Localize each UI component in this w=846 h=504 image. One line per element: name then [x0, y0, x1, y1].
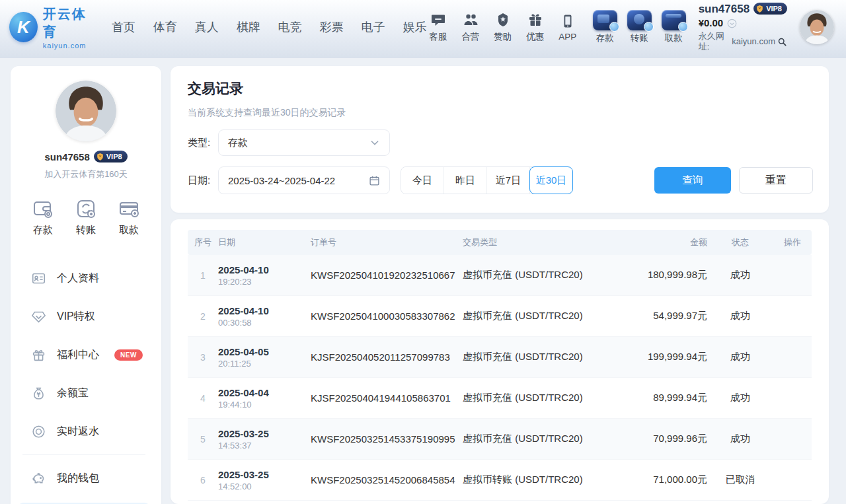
refresh-balance-icon[interactable]: [727, 18, 737, 28]
row-order-no: KJSF202504052011257099783: [311, 351, 463, 363]
row-status: 成功: [707, 310, 773, 322]
brand-logo[interactable]: K 开云体育 kaiyun.com: [9, 5, 97, 50]
nav-item-home[interactable]: 首页: [112, 19, 135, 35]
sidebar-divider: [22, 454, 145, 455]
sidebar-transfer-label: 转账: [76, 224, 96, 236]
sidebar-vip-badge: VIP8: [94, 151, 128, 162]
deposit-tile[interactable]: 存款: [593, 10, 617, 44]
deposit-tile-label: 存款: [596, 32, 614, 44]
transfer-arrows-icon: [75, 198, 97, 220]
row-date: 2025-03-25 14:52:00: [218, 469, 311, 491]
partner-link[interactable]: 合营: [459, 12, 482, 43]
filters-card: 交易记录 当前系统支持查询最近30日的交易记录 类型: 存款 日期: 2025-…: [171, 66, 829, 213]
app-label: APP: [558, 32, 576, 42]
row-status: 成功: [707, 269, 773, 281]
row-status: 已取消: [707, 474, 773, 486]
nav-item-sports[interactable]: 体育: [153, 19, 177, 35]
sidebar-item-rebate-label: 实时返水: [57, 425, 99, 439]
sidebar-transfer-action[interactable]: 转账: [75, 198, 97, 236]
service-label: 客服: [429, 31, 447, 43]
sidebar-username: sun47658: [44, 151, 89, 162]
chevron-down-icon: [369, 137, 380, 148]
promo-label: 优惠: [526, 31, 544, 43]
row-date: 2025-03-25 14:53:37: [218, 428, 311, 450]
date-range-input[interactable]: 2025-03-24~2025-04-22: [218, 166, 390, 194]
withdraw-tile[interactable]: 取款: [662, 10, 686, 44]
row-date-value: 2025-04-10: [218, 305, 311, 316]
row-order-no: KWSF202504100030583307862: [311, 310, 463, 322]
sidebar-item-wallet[interactable]: 我的钱包: [11, 459, 157, 497]
row-type: 虚拟币充值 (USDT/TRC20): [463, 310, 628, 322]
row-amount: 180,999.98元: [628, 269, 707, 281]
sidebar-avatar[interactable]: [56, 81, 116, 141]
search-icon[interactable]: [777, 37, 787, 47]
page-title: 交易记录: [188, 79, 813, 98]
row-amount: 70,999.96元: [628, 433, 707, 445]
sidebar-deposit-action[interactable]: 存款: [32, 198, 54, 236]
brand-name: 开云体育: [43, 5, 97, 41]
quick-date-yesterday[interactable]: 昨日: [444, 167, 487, 194]
reset-button[interactable]: 重置: [739, 167, 813, 194]
search-button[interactable]: 查询: [654, 167, 731, 194]
table-header: 序号 日期 订单号 交易类型 金额 状态 操作: [188, 230, 812, 255]
row-date-value: 2025-04-04: [218, 387, 311, 398]
sidebar-withdraw-action[interactable]: 取款: [118, 198, 140, 236]
nav-item-slots[interactable]: 电子: [362, 19, 385, 35]
sidebar-vip-crest-icon: [96, 153, 104, 161]
col-date: 日期: [218, 236, 311, 248]
row-amount: 89,999.94元: [628, 392, 707, 404]
promo-link[interactable]: 优惠: [524, 12, 547, 43]
row-date: 2025-04-10 19:20:23: [218, 264, 311, 287]
row-date: 2025-04-04 19:44:10: [218, 387, 311, 410]
quick-date-30days[interactable]: 近30日: [529, 166, 573, 194]
id-card-icon: [32, 271, 46, 285]
nav-item-lottery[interactable]: 彩票: [320, 19, 344, 35]
sidebar-item-welfare[interactable]: 福利中心 NEW: [11, 336, 157, 374]
deposit-icon: [593, 10, 617, 30]
nav-item-live[interactable]: 真人: [195, 19, 219, 35]
brand-domain: kaiyun.com: [43, 42, 97, 50]
type-select[interactable]: 存款: [218, 129, 390, 156]
gem-icon: [32, 310, 46, 324]
sidebar-item-profile-label: 个人资料: [57, 271, 99, 285]
transfer-tile[interactable]: 转账: [627, 10, 652, 44]
avatar[interactable]: [800, 10, 834, 44]
chat-icon: [430, 12, 446, 28]
row-time-value: 00:30:58: [218, 318, 311, 328]
phone-icon: [559, 13, 576, 29]
sidebar-item-vip[interactable]: VIP特权: [11, 297, 157, 336]
nav-item-entertainment[interactable]: 娱乐: [403, 19, 427, 35]
sidebar-deposit-label: 存款: [33, 224, 53, 236]
nav-item-chess[interactable]: 棋牌: [237, 19, 260, 35]
quick-date-7days[interactable]: 近7日: [487, 167, 530, 194]
row-order-no: KJSF202504041944105863701: [311, 392, 463, 404]
gift-icon: [527, 12, 543, 28]
sidebar-item-yuebao[interactable]: 余额宝: [11, 374, 157, 412]
date-filter-row: 日期: 2025-03-24~2025-04-22 今日 昨日 近7日 近30日…: [188, 166, 813, 194]
row-date-value: 2025-03-25: [218, 469, 311, 480]
nav-item-esports[interactable]: 电竞: [278, 19, 302, 35]
permanent-url-label: 永久网址:: [699, 31, 730, 53]
col-action: 操作: [773, 236, 812, 248]
sidebar-item-profile[interactable]: 个人资料: [11, 259, 157, 297]
app-link[interactable]: APP: [557, 13, 579, 42]
calendar-icon: [369, 175, 380, 186]
sidebar-item-rebate[interactable]: 实时返水: [11, 412, 157, 450]
row-time-value: 14:53:37: [218, 441, 311, 450]
vip-level: VIP8: [766, 5, 782, 14]
service-link[interactable]: 客服: [427, 12, 449, 43]
row-date-value: 2025-04-05: [218, 346, 311, 357]
vip-crest-icon: [755, 5, 764, 13]
row-index: 5: [188, 434, 218, 445]
filter-actions: 查询 重置: [654, 167, 813, 194]
sponsor-link[interactable]: 赞助: [492, 12, 514, 43]
piggy-bank-icon: [32, 472, 46, 486]
sidebar-item-wallet-label: 我的钱包: [57, 472, 99, 486]
row-time-value: 14:52:00: [218, 482, 311, 491]
badge-icon: [494, 12, 511, 28]
row-order-no: KWSF202503251453375190995: [311, 433, 463, 445]
gift-box-icon: [32, 348, 46, 362]
quick-date-today[interactable]: 今日: [401, 167, 444, 194]
table-row: 3 2025-04-05 20:11:25 KJSF20250405201125…: [188, 337, 812, 378]
wallet-icon: [32, 198, 54, 220]
